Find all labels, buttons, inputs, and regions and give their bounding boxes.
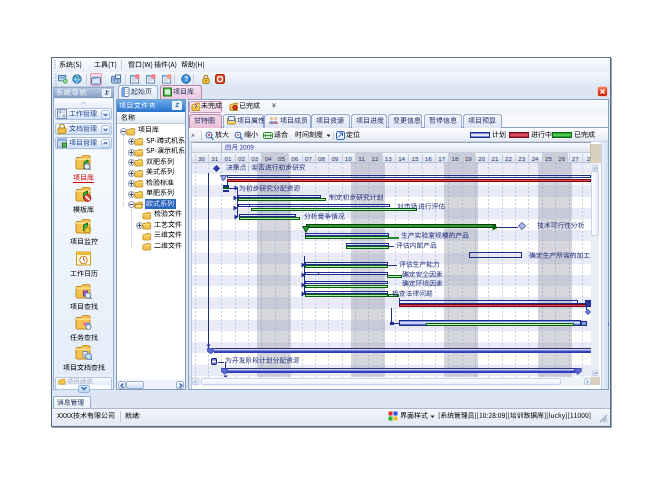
svg-text:?: ? bbox=[183, 75, 187, 82]
